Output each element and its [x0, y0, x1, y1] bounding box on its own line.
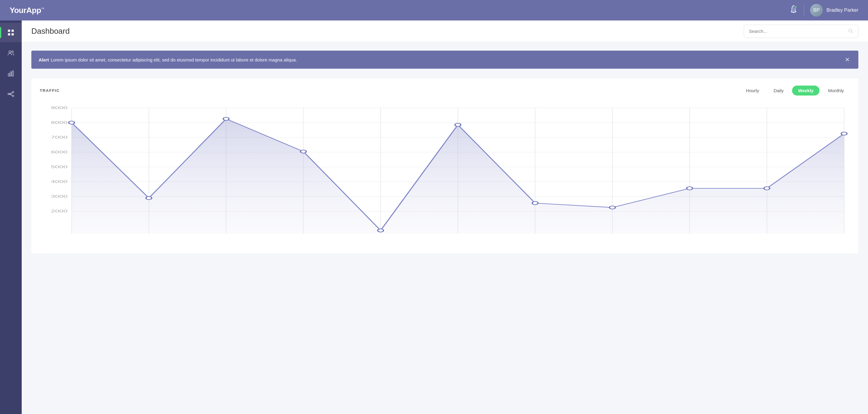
- svg-line-16: [851, 32, 852, 33]
- alert-close-button[interactable]: ✕: [844, 56, 851, 63]
- topnav: YourApp™ BP Bradley Parker: [0, 0, 868, 21]
- svg-text:4000: 4000: [51, 179, 68, 184]
- page-body: AlertLorem ipsum dolor sit amet, consect…: [22, 42, 868, 414]
- bar-chart-icon: [7, 70, 15, 77]
- time-filters: Hourly Daily Weekly Monthly: [740, 86, 850, 96]
- user-name: Bradley Parker: [827, 7, 858, 13]
- svg-rect-7: [10, 72, 11, 76]
- svg-text:6000: 6000: [51, 150, 68, 154]
- traffic-header: TRAFFIC Hourly Daily Weekly Monthly: [40, 86, 850, 96]
- svg-point-9: [8, 93, 9, 95]
- svg-text:5000: 5000: [51, 164, 68, 169]
- traffic-chart: 9000 8000 7000 6000 5000 4000 3000 2000: [40, 101, 850, 246]
- avatar: BP: [810, 4, 823, 17]
- content-area: Dashboard AlertLorem ipsum dolor sit ame…: [22, 21, 868, 414]
- user-profile[interactable]: BP Bradley Parker: [810, 4, 858, 17]
- filter-weekly[interactable]: Weekly: [792, 86, 819, 96]
- sidebar-item-users[interactable]: [0, 43, 22, 63]
- svg-point-10: [12, 91, 13, 93]
- data-point-5: [455, 123, 461, 126]
- svg-point-5: [12, 51, 13, 53]
- search-input[interactable]: [749, 29, 848, 34]
- svg-point-4: [9, 51, 11, 53]
- filter-hourly[interactable]: Hourly: [740, 86, 765, 96]
- svg-text:3000: 3000: [51, 194, 68, 198]
- data-point-9: [764, 187, 770, 190]
- svg-rect-0: [8, 30, 10, 32]
- svg-point-15: [849, 29, 852, 32]
- alert-label: Alert: [38, 57, 49, 62]
- notification-bell[interactable]: [789, 5, 798, 16]
- sidebar: [0, 21, 22, 414]
- traffic-section: TRAFFIC Hourly Daily Weekly Monthly: [31, 78, 858, 253]
- sidebar-item-analytics[interactable]: [0, 64, 22, 83]
- grid-icon: [7, 29, 15, 36]
- data-point-6: [532, 201, 538, 204]
- connections-icon: [7, 90, 15, 98]
- page-title: Dashboard: [31, 27, 70, 36]
- chart-area: [72, 119, 844, 233]
- sidebar-item-connections[interactable]: [0, 84, 22, 104]
- app-logo[interactable]: YourApp™: [10, 6, 44, 15]
- svg-rect-8: [12, 71, 13, 76]
- data-point-0: [69, 121, 74, 124]
- users-icon: [7, 49, 15, 57]
- app-name-sup: ™: [41, 7, 44, 10]
- svg-rect-1: [11, 30, 14, 32]
- search-icon: [848, 28, 853, 35]
- main-layout: Dashboard AlertLorem ipsum dolor sit ame…: [0, 21, 868, 414]
- search-box[interactable]: [744, 25, 858, 38]
- sidebar-item-dashboard[interactable]: [0, 23, 22, 42]
- data-point-7: [610, 206, 615, 209]
- topnav-right: BP Bradley Parker: [789, 4, 858, 17]
- svg-text:7000: 7000: [51, 135, 68, 139]
- svg-rect-2: [8, 33, 10, 36]
- traffic-title: TRAFFIC: [40, 88, 60, 93]
- svg-rect-3: [11, 33, 14, 36]
- data-point-4: [378, 229, 383, 232]
- svg-line-12: [9, 93, 13, 94]
- app-name: YourApp: [10, 6, 41, 15]
- data-point-10: [841, 132, 847, 135]
- data-point-2: [223, 117, 229, 120]
- svg-text:2000: 2000: [51, 209, 68, 213]
- filter-monthly[interactable]: Monthly: [822, 86, 850, 96]
- alert-text: AlertLorem ipsum dolor sit amet, consect…: [38, 57, 297, 62]
- svg-point-11: [12, 95, 13, 96]
- alert-banner: AlertLorem ipsum dolor sit amet, consect…: [31, 51, 858, 69]
- page-header: Dashboard: [22, 21, 868, 42]
- filter-daily[interactable]: Daily: [768, 86, 789, 96]
- svg-rect-6: [8, 73, 9, 76]
- alert-message: Lorem ipsum dolor sit amet, consectetur …: [51, 57, 297, 62]
- svg-line-13: [9, 94, 13, 96]
- data-point-3: [301, 150, 306, 153]
- svg-text:9000: 9000: [51, 105, 68, 110]
- data-point-8: [687, 187, 692, 190]
- svg-text:8000: 8000: [51, 120, 68, 125]
- chart-svg: 9000 8000 7000 6000 5000 4000 3000 2000: [40, 101, 850, 246]
- data-point-1: [146, 196, 152, 199]
- nav-divider: [804, 5, 804, 16]
